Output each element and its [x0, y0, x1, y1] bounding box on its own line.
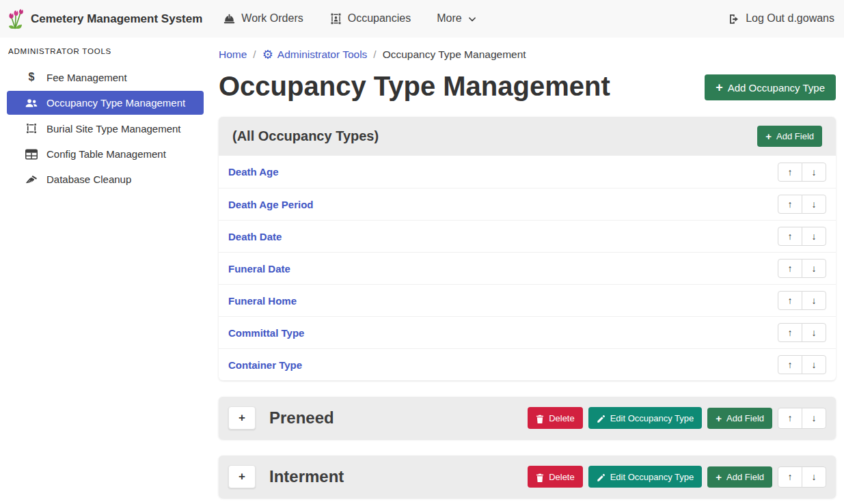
- expand-button[interactable]: +: [228, 465, 256, 488]
- chevron-down-icon: [467, 12, 477, 25]
- trash-icon: [536, 471, 544, 481]
- move-down-button[interactable]: ↓: [802, 466, 826, 488]
- field-row: Committal Type ↑ ↓: [219, 316, 836, 348]
- move-up-button[interactable]: ↑: [778, 291, 802, 310]
- nav-items: Work Orders Occupancies More: [223, 12, 476, 25]
- edit-occupancy-type-button[interactable]: Edit Occupancy Type: [588, 466, 703, 487]
- move-up-button[interactable]: ↑: [778, 259, 802, 278]
- field-row: Funeral Home ↑ ↓: [219, 284, 836, 316]
- sidebar-item-label: Burial Site Type Management: [46, 123, 181, 135]
- field-link-death-age[interactable]: Death Age: [228, 166, 279, 178]
- nav-item-more[interactable]: More: [437, 12, 476, 25]
- tulip-logo-icon: [7, 8, 25, 30]
- move-down-button[interactable]: ↓: [802, 227, 826, 246]
- sidebar-item-occupancy-type-management[interactable]: Occupancy Type Management: [7, 91, 204, 115]
- field-link-funeral-date[interactable]: Funeral Date: [228, 263, 290, 275]
- move-down-button[interactable]: ↓: [802, 355, 826, 374]
- breadcrumb: Home / ⚙ Administrator Tools / Occupancy…: [219, 48, 836, 61]
- sidebar-item-database-cleanup[interactable]: Database Cleanup: [7, 167, 204, 191]
- add-field-button[interactable]: + Add Field: [707, 408, 772, 429]
- move-up-button[interactable]: ↑: [778, 323, 802, 342]
- move-up-button[interactable]: ↑: [778, 466, 802, 488]
- breadcrumb-home-link[interactable]: Home: [219, 48, 247, 61]
- move-up-button[interactable]: ↑: [778, 163, 802, 182]
- top-navbar: Cemetery Management System Work Orders: [0, 0, 844, 38]
- move-down-button[interactable]: ↓: [802, 291, 826, 310]
- move-up-button[interactable]: ↑: [778, 227, 802, 246]
- people-icon: [25, 98, 38, 109]
- field-link-funeral-home[interactable]: Funeral Home: [228, 295, 297, 307]
- page-head: Occupancy Type Management + Add Occupanc…: [219, 70, 836, 102]
- all-occupancy-types-header: (All Occupancy Types) + Add Field: [219, 117, 836, 156]
- nav-item-work-orders[interactable]: Work Orders: [223, 12, 303, 25]
- reorder-buttons: ↑ ↓: [778, 408, 826, 429]
- add-field-button[interactable]: + Add Field: [757, 126, 822, 147]
- hard-hat-icon: [223, 12, 236, 25]
- brand[interactable]: Cemetery Management System: [7, 8, 202, 30]
- reorder-buttons: ↑ ↓: [778, 291, 826, 310]
- breadcrumb-separator: /: [253, 48, 256, 61]
- nav-item-label: More: [437, 12, 461, 25]
- plus-icon: +: [716, 413, 722, 423]
- move-up-button[interactable]: ↑: [778, 408, 802, 429]
- delete-button[interactable]: Delete: [528, 466, 583, 487]
- breadcrumb-admin-tools-link[interactable]: ⚙ Administrator Tools: [262, 48, 368, 61]
- reorder-buttons: ↑ ↓: [778, 466, 826, 488]
- add-field-label: Add Field: [726, 413, 764, 423]
- logout-button[interactable]: Log Out d.gowans: [728, 12, 834, 25]
- plus-icon: +: [765, 131, 772, 141]
- brand-title: Cemetery Management System: [31, 12, 202, 26]
- sidebar-item-config-table-management[interactable]: Config Table Management: [7, 142, 204, 166]
- sidebar-item-fee-management[interactable]: $ Fee Management: [7, 65, 204, 89]
- breadcrumb-separator: /: [373, 48, 376, 61]
- edit-occupancy-type-label: Edit Occupancy Type: [610, 413, 694, 423]
- section-title: Preneed: [269, 408, 334, 428]
- delete-button[interactable]: Delete: [528, 407, 583, 428]
- reorder-buttons: ↑ ↓: [778, 355, 826, 374]
- nav-item-occupancies[interactable]: Occupancies: [329, 12, 411, 25]
- sidebar-item-burial-site-type-management[interactable]: Burial Site Type Management: [7, 116, 204, 141]
- section-actions: Delete Edit Occupancy Type + Add Field ↑: [528, 466, 826, 487]
- main-content: Home / ⚙ Administrator Tools / Occupancy…: [212, 38, 844, 504]
- edit-occupancy-type-label: Edit Occupancy Type: [610, 472, 694, 482]
- nav-item-label: Occupancies: [348, 12, 411, 25]
- table-icon: [25, 149, 38, 160]
- section-card-interment: + Interment Delete: [219, 456, 836, 498]
- move-down-button[interactable]: ↓: [802, 323, 826, 342]
- section-title: Interment: [269, 467, 344, 486]
- all-occupancy-types-title: (All Occupancy Types): [232, 128, 379, 144]
- trash-icon: [536, 412, 544, 423]
- nav-item-label: Work Orders: [241, 12, 303, 25]
- field-row: Death Age ↑ ↓: [219, 156, 836, 188]
- field-link-container-type[interactable]: Container Type: [228, 359, 302, 371]
- field-link-death-date[interactable]: Death Date: [228, 231, 282, 242]
- all-occupancy-types-card: (All Occupancy Types) + Add Field Death …: [219, 117, 836, 380]
- move-up-button[interactable]: ↑: [778, 195, 802, 214]
- pencil-icon: [597, 412, 605, 423]
- field-link-committal-type[interactable]: Committal Type: [228, 327, 304, 339]
- add-field-button[interactable]: + Add Field: [707, 466, 772, 488]
- move-down-button[interactable]: ↓: [802, 163, 826, 182]
- sidebar: ADMINISTRATOR TOOLS $ Fee Management Occ…: [0, 38, 212, 504]
- edit-occupancy-type-button[interactable]: Edit Occupancy Type: [588, 407, 703, 428]
- move-down-button[interactable]: ↓: [802, 259, 826, 278]
- field-row: Container Type ↑ ↓: [219, 348, 836, 380]
- delete-label: Delete: [549, 472, 575, 482]
- move-down-button[interactable]: ↓: [802, 195, 826, 214]
- reorder-buttons: ↑ ↓: [778, 323, 826, 342]
- field-row: Death Age Period ↑ ↓: [219, 188, 836, 220]
- reorder-buttons: ↑ ↓: [778, 259, 826, 278]
- add-occupancy-type-button[interactable]: + Add Occupancy Type: [705, 74, 836, 100]
- sidebar-item-label: Database Cleanup: [46, 173, 131, 185]
- frame-icon: [25, 122, 38, 135]
- broom-icon: [25, 174, 38, 185]
- move-up-button[interactable]: ↑: [778, 355, 802, 374]
- expand-button[interactable]: +: [228, 406, 256, 430]
- field-link-death-age-period[interactable]: Death Age Period: [228, 199, 313, 210]
- sidebar-heading: ADMINISTRATOR TOOLS: [8, 47, 212, 55]
- pencil-icon: [597, 471, 605, 481]
- move-down-button[interactable]: ↓: [802, 408, 826, 429]
- page-title: Occupancy Type Management: [219, 70, 610, 102]
- frame-person-icon: [329, 12, 342, 25]
- plus-icon: +: [716, 81, 723, 94]
